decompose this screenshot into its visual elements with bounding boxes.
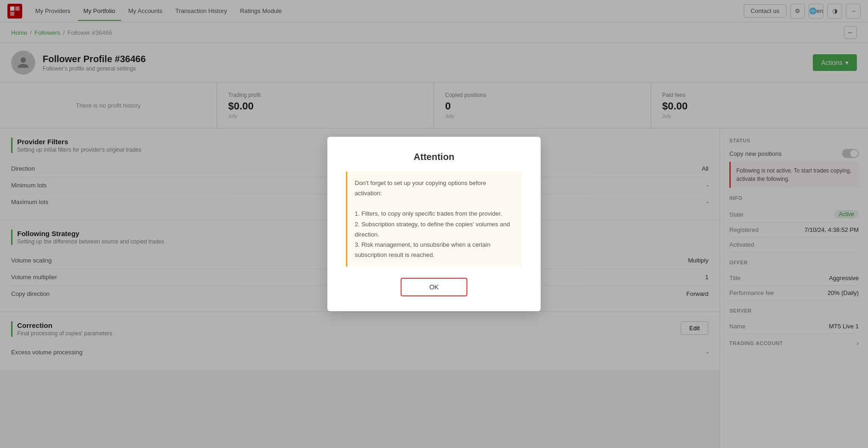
modal-warning-line-2: 1. Filters, to copy only specific trades… bbox=[355, 209, 515, 219]
modal-overlay: Attention Don't forget to set up your co… bbox=[0, 0, 868, 448]
modal-warning-box: Don't forget to set up your copying opti… bbox=[346, 172, 522, 267]
modal-warning-line-3: 2. Subscription strategy, to define the … bbox=[355, 219, 515, 240]
modal-footer: OK bbox=[346, 278, 522, 296]
modal-warning-line-4: 3. Risk management, to unsubsribe when a… bbox=[355, 240, 515, 260]
modal-title: Attention bbox=[346, 152, 522, 162]
modal-warning-line-1: Don't forget to set up your copying opti… bbox=[355, 178, 515, 198]
attention-modal: Attention Don't forget to set up your co… bbox=[327, 137, 541, 311]
modal-ok-button[interactable]: OK bbox=[401, 278, 467, 296]
